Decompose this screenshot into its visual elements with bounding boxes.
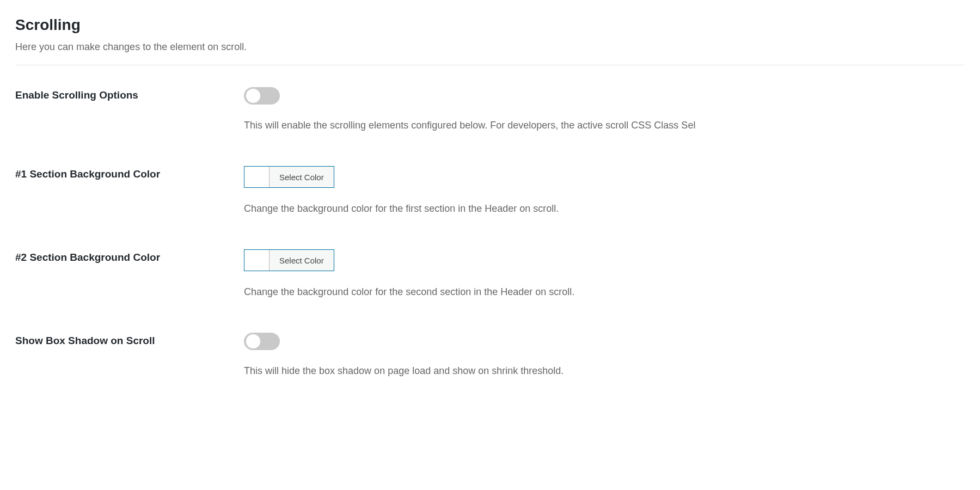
toggle-knob-icon xyxy=(246,334,260,348)
divider xyxy=(15,65,965,65)
option-help-section2-bg: Change the background color for the seco… xyxy=(244,286,965,298)
option-section1-bg: #1 Section Background Color Select Color… xyxy=(15,166,965,215)
color-picker-section1-bg[interactable]: Select Color xyxy=(244,166,334,188)
option-control: Select Color Change the background color… xyxy=(244,249,965,298)
color-picker-section2-bg[interactable]: Select Color xyxy=(244,249,334,271)
toggle-enable-scrolling[interactable] xyxy=(244,87,280,105)
option-section2-bg: #2 Section Background Color Select Color… xyxy=(15,249,965,298)
option-label-section2-bg: #2 Section Background Color xyxy=(15,249,244,264)
option-box-shadow: Show Box Shadow on Scroll This will hide… xyxy=(15,333,965,377)
option-label-enable-scrolling: Enable Scrolling Options xyxy=(15,87,244,101)
toggle-knob-icon xyxy=(246,89,260,103)
option-control: This will enable the scrolling elements … xyxy=(244,87,965,131)
color-picker-label: Select Color xyxy=(270,250,334,271)
option-enable-scrolling: Enable Scrolling Options This will enabl… xyxy=(15,87,965,131)
color-picker-label: Select Color xyxy=(270,167,334,187)
color-swatch-icon xyxy=(244,167,270,187)
option-control: This will hide the box shadow on page lo… xyxy=(244,333,965,377)
toggle-box-shadow[interactable] xyxy=(244,333,280,350)
option-help-box-shadow: This will hide the box shadow on page lo… xyxy=(244,365,965,377)
option-label-section1-bg: #1 Section Background Color xyxy=(15,166,244,180)
section-description: Here you can make changes to the element… xyxy=(15,41,965,53)
option-help-enable-scrolling: This will enable the scrolling elements … xyxy=(244,120,965,131)
color-swatch-icon xyxy=(244,250,270,271)
option-label-box-shadow: Show Box Shadow on Scroll xyxy=(15,333,244,347)
section-title: Scrolling xyxy=(15,16,965,34)
option-help-section1-bg: Change the background color for the firs… xyxy=(244,203,965,215)
option-control: Select Color Change the background color… xyxy=(244,166,965,215)
